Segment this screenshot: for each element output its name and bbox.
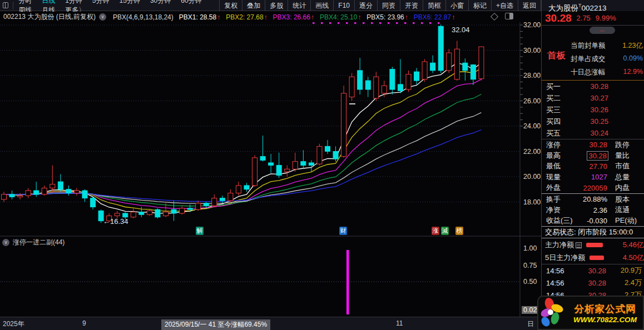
stat-value-text: 220059 bbox=[582, 184, 608, 192]
pbx-value: PBX6: 22.87↑ bbox=[414, 13, 455, 21]
stat-value-text: 1027 bbox=[590, 173, 608, 181]
menu-item-5分钟[interactable]: 5分钟 bbox=[87, 0, 115, 4]
stat-value-text: 30.28 bbox=[588, 141, 608, 149]
bid-row[interactable]: 买三30.26 bbox=[542, 104, 644, 116]
stat-label: 外盘 bbox=[546, 183, 572, 193]
indicator-name[interactable]: PBX(4,6,9,13,18,24) bbox=[113, 13, 174, 21]
tick-row[interactable]: 14:5630.2820.9万 bbox=[542, 264, 644, 277]
bid-price: 30.24 bbox=[575, 129, 608, 137]
stat-label-2[interactable]: 股本 bbox=[615, 194, 630, 204]
bid-label: 买五 bbox=[546, 128, 575, 138]
bid-price: 30.28 bbox=[575, 82, 608, 91]
stat-label-2[interactable]: 流通 bbox=[615, 205, 630, 215]
tick-volume: 20.9万 bbox=[606, 266, 642, 276]
menu-item-15分钟[interactable]: 15分钟 bbox=[115, 0, 145, 4]
board-row-label: 十日总涨幅 bbox=[571, 68, 606, 77]
stat-label-2[interactable]: 内盘 bbox=[615, 183, 630, 193]
price-axis-label: 22.00 bbox=[523, 148, 541, 156]
date-range-info: 2025/09/15/一 41 至今涨幅69.45% bbox=[161, 319, 270, 330]
toolbar-button-开资[interactable]: 开资 bbox=[400, 0, 423, 11]
stat-label: 现量 bbox=[546, 172, 572, 182]
fund-bar bbox=[586, 243, 603, 247]
pbx-value: PBX1: 28.58↑ bbox=[179, 13, 220, 21]
board-row-label: 封单占成交 bbox=[571, 54, 606, 64]
chart-title: 002213 大为股份 (日线,前复权) bbox=[3, 12, 96, 22]
diamond-icon[interactable] bbox=[491, 13, 498, 21]
stat-row: 最高30.28量比 bbox=[542, 150, 644, 161]
menu-item-30分钟[interactable]: 30分钟 bbox=[145, 0, 176, 4]
stat-row: 净资2.36流通 bbox=[542, 204, 644, 215]
price-change-pct: 9.99% bbox=[596, 14, 616, 22]
stat-label: 最低 bbox=[546, 161, 572, 171]
bid-price: 30.25 bbox=[575, 117, 608, 126]
main-chart-area[interactable]: 32.0030.0028.0026.0024.0022.0020.0018.00… bbox=[0, 22, 541, 317]
menu-item-日线[interactable]: 日线 bbox=[37, 0, 60, 4]
stat-label-2[interactable]: 量比 bbox=[615, 151, 630, 161]
sub-indicator-header[interactable]: ∨ 涨停一进二副(44) bbox=[2, 238, 65, 247]
toolbar-button-标记[interactable]: 标记 bbox=[468, 0, 491, 11]
sub-axis-label: 0.50 bbox=[523, 278, 537, 286]
board-row-value: 12.9% bbox=[623, 68, 643, 77]
stat-label: 涨停 bbox=[546, 140, 572, 150]
stat-value: 30.28 bbox=[572, 141, 608, 149]
board-row-value: 0.09% bbox=[623, 54, 643, 64]
list-icon[interactable] bbox=[576, 242, 582, 248]
toolbar-button-复权[interactable]: 复权 bbox=[219, 0, 242, 11]
event-marker-減[interactable]: 減 bbox=[441, 227, 449, 235]
menu-item-分时[interactable]: 分时 bbox=[13, 0, 37, 4]
main-fund-section: 主力净额5.46亿5日主力净额4.50亿 bbox=[542, 238, 644, 264]
candlestick-chart[interactable] bbox=[0, 22, 541, 317]
stock-title[interactable]: 大为股份T002213 bbox=[542, 0, 644, 11]
bid-row[interactable]: 买四30.25 bbox=[542, 116, 644, 127]
bid-row[interactable]: 买一30.28 bbox=[542, 81, 644, 92]
toolbar-button-返回[interactable]: 返回 bbox=[518, 0, 541, 11]
chevron-down-icon[interactable]: ∨ bbox=[2, 239, 9, 246]
layout-panel-icon[interactable] bbox=[3, 2, 8, 8]
menu-item-60分钟[interactable]: 60分钟 bbox=[176, 0, 206, 4]
toolbar-button-简框[interactable]: 简框 bbox=[423, 0, 445, 11]
stat-value-text: -0.030 bbox=[586, 217, 608, 225]
stat-row: 涨停30.28跌停 bbox=[542, 139, 644, 150]
up-arrow-icon: ↑ bbox=[264, 13, 267, 21]
price-axis-label: 24.00 bbox=[523, 122, 541, 130]
logo-url[interactable]: WWW.70822.COM bbox=[567, 316, 643, 324]
collapse-pill[interactable]: ︿ bbox=[589, 27, 615, 34]
event-marker-榜[interactable]: 榜 bbox=[455, 227, 463, 235]
chart-info-row: 002213 大为股份 (日线,前复权) ∨ PBX(4,6,9,13,18,2… bbox=[0, 12, 541, 22]
stat-label: 换手 bbox=[546, 194, 572, 204]
toolbar-button-同资[interactable]: 同资 bbox=[377, 0, 400, 11]
toolbar-button-统计[interactable]: 统计 bbox=[288, 0, 310, 11]
bid-row[interactable]: 买五30.24 bbox=[542, 127, 644, 139]
chevron-down-icon[interactable]: ∨ bbox=[99, 13, 106, 21]
tick-price: 30.28 bbox=[572, 267, 606, 275]
toolbar-button-F10[interactable]: F10 bbox=[333, 0, 354, 11]
toolbar-button-叠加[interactable]: 叠加 bbox=[242, 0, 265, 11]
stat-label-2[interactable]: PE(动) bbox=[615, 216, 637, 226]
toolbar-button-多股[interactable]: 多股 bbox=[265, 0, 288, 11]
axis-period-label: 日 bbox=[527, 319, 534, 329]
bid-label: 买三 bbox=[546, 105, 575, 115]
stat-label-2[interactable]: 总量 bbox=[615, 172, 630, 182]
stat-label-2[interactable]: 跌停 bbox=[615, 140, 630, 150]
toolbar-button-+自选[interactable]: +自选 bbox=[491, 0, 518, 11]
tick-price: 30.28 bbox=[572, 279, 606, 287]
price-axis-label: 26.00 bbox=[523, 97, 541, 105]
menu-item-1分钟[interactable]: 1分钟 bbox=[60, 0, 87, 4]
board-row: 十日总涨幅12.9% bbox=[571, 68, 643, 77]
split-window-icon[interactable] bbox=[505, 13, 513, 19]
event-marker-涨[interactable]: 涨 bbox=[432, 227, 439, 235]
tick-row[interactable]: 14:5630.282.4万 bbox=[542, 277, 644, 289]
fund-row: 主力净额5.46亿 bbox=[542, 238, 644, 251]
stat-label-2[interactable]: 市值 bbox=[615, 161, 630, 171]
toolbar-button-逐分[interactable]: 逐分 bbox=[354, 0, 377, 11]
event-marker-解[interactable]: 解 bbox=[196, 227, 204, 235]
toolbar-button-画线[interactable]: 画线 bbox=[310, 0, 333, 11]
bid-row[interactable]: 买二30.27 bbox=[542, 92, 644, 104]
event-marker-财[interactable]: 财 bbox=[339, 227, 347, 235]
price-axis-label: 32.00 bbox=[523, 21, 541, 29]
pbx-value: PBX2: 27.68↑ bbox=[226, 13, 267, 21]
watermark-logo: 分析家公式网 WWW.70822.COM bbox=[537, 296, 644, 330]
toolbar-button-小窗[interactable]: 小窗 bbox=[445, 0, 468, 11]
axis-month-label: 9 bbox=[82, 319, 86, 327]
logo-title: 分析家公式网 bbox=[567, 302, 643, 316]
